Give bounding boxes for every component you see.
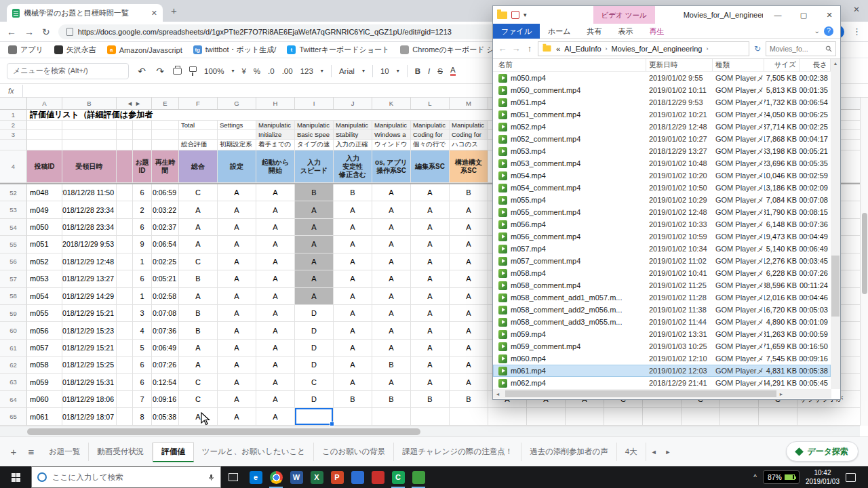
header-score[interactable]: os, アプリ 操作系SC (372, 150, 411, 183)
cell-score[interactable]: A (411, 374, 450, 391)
browser-menu-icon[interactable]: ⋮ (852, 26, 861, 37)
cell-score[interactable]: D (295, 305, 334, 322)
sheet-tab[interactable]: 4大 (617, 443, 646, 461)
breadcrumb-item[interactable]: AI_EduInfo (564, 45, 601, 53)
header-cell[interactable]: Initialize (256, 130, 295, 140)
header-cell[interactable]: ウィンドウ (372, 140, 411, 150)
cell-score[interactable]: A (179, 219, 218, 236)
currency-format-button[interactable]: ¥ (241, 67, 245, 75)
explorer-search-box[interactable]: Movies_fo... (766, 41, 836, 56)
cell-score[interactable]: A (372, 270, 411, 287)
cell-score[interactable]: A (411, 253, 450, 270)
row-header[interactable]: 4 (0, 150, 27, 183)
row-header[interactable]: 1 (0, 110, 27, 121)
cell[interactable] (117, 130, 133, 140)
column-header[interactable]: I (295, 98, 334, 109)
cell-score[interactable]: A (256, 201, 295, 218)
bookmark-item[interactable]: アプリ (8, 45, 43, 55)
cell-score[interactable]: A (372, 253, 411, 270)
cell-score[interactable]: B (179, 322, 218, 339)
video-tools-contextual-tab[interactable]: ビデオ ツール (593, 6, 655, 24)
cell-score[interactable] (411, 408, 450, 425)
file-row[interactable]: m058_comment.mp42019/01/02 11:25GOM Play… (493, 279, 831, 291)
cell[interactable] (62, 130, 117, 140)
column-header[interactable]: H (256, 98, 295, 109)
cell-odai-id[interactable]: 8 (133, 408, 152, 425)
cell-odai-id[interactable]: 4 (133, 322, 152, 339)
cell[interactable] (62, 140, 117, 150)
tabs-scroll-right-icon[interactable]: ► (662, 449, 675, 455)
cell-date[interactable]: 2018/12/29 18:06 (62, 391, 117, 408)
cell-score[interactable]: D (295, 322, 334, 339)
cell-id[interactable]: m051 (27, 236, 62, 253)
cell-odai-id[interactable]: 9 (133, 236, 152, 253)
row-header[interactable]: 55 (0, 236, 27, 253)
cell-time[interactable]: 0:03:22 (152, 201, 179, 218)
header-cell[interactable]: 初期設定系 (218, 140, 256, 150)
cell-score[interactable]: A (334, 340, 372, 357)
cell[interactable] (133, 140, 152, 150)
cell-odai-id[interactable]: 3 (133, 305, 152, 322)
cell-odai-id[interactable]: 5 (133, 340, 152, 357)
file-row[interactable]: m051_comment.mp42019/01/02 10:21GOM Play… (493, 108, 831, 121)
file-row[interactable]: m050.mp42019/01/02 9:55GOM Playerメディア フ.… (493, 72, 831, 84)
cell-date[interactable]: 2018/12/29 12:48 (62, 253, 117, 270)
breadcrumb[interactable]: « AI_EduInfo › Movies_for_AI_engineering… (538, 41, 749, 56)
file-row[interactable]: m053_comment.mp42019/01/02 10:48GOM Play… (493, 157, 831, 169)
cell-score[interactable]: A (218, 184, 256, 201)
header-cell[interactable]: Manipulatic (256, 121, 295, 130)
file-row[interactable]: m056.mp42019/01/02 10:33GOM Playerメディア フ… (493, 218, 831, 230)
cell-score[interactable]: A (256, 391, 295, 408)
cell-score[interactable]: A (372, 236, 411, 253)
cell-date[interactable]: 2018/12/29 18:07 (62, 408, 117, 425)
cell-score[interactable]: A (218, 391, 256, 408)
cell-score[interactable]: A (411, 219, 450, 236)
cell-time[interactable]: 0:02:37 (152, 219, 179, 236)
bookmark-item[interactable]: 矢沢永吉 (54, 45, 96, 55)
header-cell[interactable]: Manipulatic (411, 121, 450, 130)
cell-id[interactable]: m061 (27, 408, 62, 425)
cell-score[interactable]: A (256, 374, 295, 391)
scroll-left-icon[interactable]: ◄ (493, 392, 502, 396)
cell-odai-id[interactable]: 6 (133, 270, 152, 287)
browser-close-icon[interactable]: ✕ (853, 5, 860, 14)
cell-score[interactable]: A (450, 374, 488, 391)
print-icon[interactable] (173, 68, 182, 75)
cell-id[interactable]: m052 (27, 253, 62, 270)
cell-id[interactable]: m056 (27, 322, 62, 339)
row-header[interactable]: 2 (0, 121, 27, 130)
file-row[interactable]: m055.mp42019/01/02 10:29GOM Playerメディア フ… (493, 194, 831, 206)
cell-id[interactable]: m055 (27, 305, 62, 322)
cell-score[interactable]: A (218, 340, 256, 357)
sheet-horizontal-scrollbar-thumb[interactable] (27, 428, 420, 435)
header-cell[interactable]: Coding for (411, 130, 450, 140)
row-header[interactable]: 57 (0, 270, 27, 287)
cell-score[interactable]: B (450, 391, 488, 408)
cell-score[interactable]: B (179, 305, 218, 322)
cell-id[interactable]: m059 (27, 374, 62, 391)
file-column-header[interactable]: 種類 (713, 59, 764, 71)
cell-score[interactable]: A (450, 305, 488, 322)
header-cell[interactable]: Basic Spee (295, 130, 334, 140)
header-cell[interactable]: 入力の正確 (334, 140, 372, 150)
cell[interactable] (117, 236, 133, 253)
header-cell[interactable]: Total (179, 121, 218, 130)
ribbon-tab[interactable]: ファイル (493, 24, 540, 39)
cell-odai-id[interactable]: 2 (133, 201, 152, 218)
sheet-tab[interactable]: ツールと、お願いしたいこと (194, 443, 314, 461)
explorer-vertical-scrollbar-thumb[interactable] (831, 256, 840, 317)
cell[interactable] (117, 253, 133, 270)
cell-date[interactable]: 2018/12/28 23:34 (62, 219, 117, 236)
cell-score[interactable]: A (179, 357, 218, 373)
cell-score[interactable]: A (179, 340, 218, 357)
minimize-icon[interactable]: — (767, 6, 789, 24)
header-time[interactable]: 再生時間 (152, 150, 179, 183)
cell-score[interactable]: A (372, 184, 411, 201)
cell[interactable] (643, 408, 682, 425)
row-header[interactable]: 63 (0, 374, 27, 391)
file-row[interactable]: m059_comment.mp42019/01/03 10:25GOM Play… (493, 340, 831, 352)
cell-date[interactable]: 2018/12/29 15:21 (62, 340, 117, 357)
header-cell[interactable]: タイプの速 (295, 140, 334, 150)
cell-score[interactable]: C (179, 184, 218, 201)
zoom-select[interactable]: 100% (204, 67, 224, 75)
